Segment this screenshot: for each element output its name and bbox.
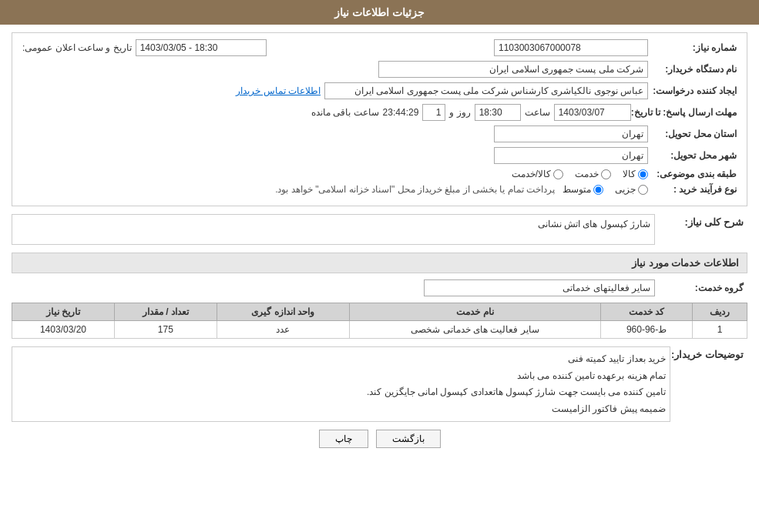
tabaqe-kala-label: کالا <box>623 169 636 179</box>
jazei-label: جزیی <box>615 184 636 195</box>
shahre-kolli-label: شرح کلی نیاز: <box>655 214 747 228</box>
tabaqe-bandi-label: طبقه بندی موضوعی: <box>648 169 741 179</box>
cell-vahed: عدد <box>217 321 349 339</box>
jazei-radio[interactable] <box>638 185 648 195</box>
groupe-khedmat-value: سایر فعالیتهای خدماتی <box>424 279 655 296</box>
khadamat-section-title: اطلاعات خدمات مورد نیاز <box>12 253 747 273</box>
tabaqe-kala-radio[interactable] <box>638 169 648 179</box>
shomare-niaz-value: 1103003067000078 <box>494 39 648 56</box>
tozihat-box: خرید بعداز تایید کمیته فنی تمام هزینه بر… <box>12 346 670 422</box>
ittilaat-tamas-link[interactable]: اطلاعات تماس خریدار <box>236 85 321 96</box>
saat-baqi-label: ساعت باقی مانده <box>311 107 379 118</box>
col-tarikh: تاریخ نیاز <box>12 303 115 321</box>
ijad-konande-label: ایجاد کننده درخواست: <box>648 85 741 96</box>
print-button[interactable]: چاپ <box>319 430 368 448</box>
saat-mande-value: 23:44:29 <box>383 107 419 118</box>
tabaqe-kalakhedmat-item[interactable]: کالا/خدمت <box>512 169 563 179</box>
services-table-container: ردیف کد خدمت نام خدمت واحد اندازه گیری ت… <box>12 303 747 339</box>
tabaqe-kala-item[interactable]: کالا <box>623 169 648 179</box>
col-radif: ردیف <box>693 303 747 321</box>
tozihat-line1: خرید بعداز تایید کمیته فنی <box>16 351 666 368</box>
tarikh-label: تاریخ و ساعت اعلان عمومی: <box>22 42 132 53</box>
page-header: جزئیات اطلاعات نیاز <box>0 0 759 25</box>
page-title: جزئیات اطلاعات نیاز <box>334 6 425 18</box>
farayand-desc: پرداخت تمام یا بخشی از مبلغ خریداز محل "… <box>275 184 555 195</box>
tabaqe-khedmat-label: خدمت <box>575 169 599 179</box>
shahr-label: شهر محل تحویل: <box>648 150 741 161</box>
services-table: ردیف کد خدمت نام خدمت واحد اندازه گیری ت… <box>12 303 747 339</box>
saat-label-static: ساعت <box>525 107 550 118</box>
col-kod: کد خدمت <box>601 303 693 321</box>
groupe-khedmat-label: گروه خدمت: <box>655 283 747 293</box>
tozihat-line2: تمام هزینه برعهده تامین کننده می باشد <box>16 368 666 385</box>
tozihat-line4: ضمیمه پیش فاکتور الزامیست <box>16 401 666 418</box>
motosat-label: متوسط <box>563 184 591 195</box>
ijad-konande-value: عباس نوجوی نالکیاشری کارشناس شرکت ملی پس… <box>324 82 648 99</box>
back-button[interactable]: بازگشت <box>376 430 441 448</box>
nam-dastgah-label: نام دستگاه خریدار: <box>648 64 741 75</box>
shahr-value: تهران <box>494 147 648 164</box>
col-nam: نام خدمت <box>349 303 600 321</box>
tozihat-label: توضیحات خریدار: <box>670 346 747 360</box>
cell-radif: 1 <box>693 321 747 339</box>
col-tedad: تعداد / مقدار <box>114 303 217 321</box>
shahre-kolli-box: شارژ کپسول های اتش نشانی <box>12 214 655 245</box>
cell-tedad: 175 <box>114 321 217 339</box>
col-vahed: واحد اندازه گیری <box>217 303 349 321</box>
tarikh2-value: 1403/03/07 <box>554 104 631 121</box>
motosat-item[interactable]: متوسط <box>563 184 603 195</box>
ostan-label: استان محل تحویل: <box>648 129 741 139</box>
cell-nam: سایر فعالیت های خدماتی شخصی <box>349 321 600 339</box>
roz-value: 1 <box>422 104 445 121</box>
tabaqe-kalakhedmat-radio[interactable] <box>553 169 563 179</box>
jazei-item[interactable]: جزیی <box>615 184 648 195</box>
cell-tarikh: 1403/03/20 <box>12 321 115 339</box>
mohlat-ersal-label: مهلت ارسال پاسخ: تا تاریخ: <box>631 107 741 118</box>
tarikh-value: 1403/03/05 - 18:30 <box>136 39 267 56</box>
roz-label-static: روز و <box>449 107 470 118</box>
ostan-value: تهران <box>494 125 648 142</box>
table-row: 1ط-96-960سایر فعالیت های خدماتی شخصیعدد1… <box>12 321 747 339</box>
tabaqe-bandi-group: کالا خدمت کالا/خدمت <box>512 169 648 179</box>
noe-farayand-group: جزیی متوسط <box>563 184 648 195</box>
shahre-kolli-value: شارژ کپسول های اتش نشانی <box>538 219 650 229</box>
motosat-radio[interactable] <box>593 185 603 195</box>
tozihat-line3: تامین کننده می بایست جهت شارژ کپسول هاتع… <box>16 384 666 401</box>
buttons-row: بازگشت چاپ <box>12 430 747 448</box>
shomare-niaz-label: شماره نیاز: <box>648 42 741 53</box>
tabaqe-kalakhedmat-label: کالا/خدمت <box>512 169 551 179</box>
saat-value: 18:30 <box>475 104 521 121</box>
tabaqe-khedmat-radio[interactable] <box>601 169 611 179</box>
tabaqe-khedmat-item[interactable]: خدمت <box>575 169 611 179</box>
noe-farayand-label: نوع فرآیند خرید : <box>648 184 741 195</box>
nam-dastgah-value: شرکت ملی پست جمهوری اسلامی ایران <box>378 61 648 78</box>
tozihat-row: توضیحات خریدار: خرید بعداز تایید کمیته ف… <box>12 346 747 422</box>
cell-kod: ط-96-960 <box>601 321 693 339</box>
